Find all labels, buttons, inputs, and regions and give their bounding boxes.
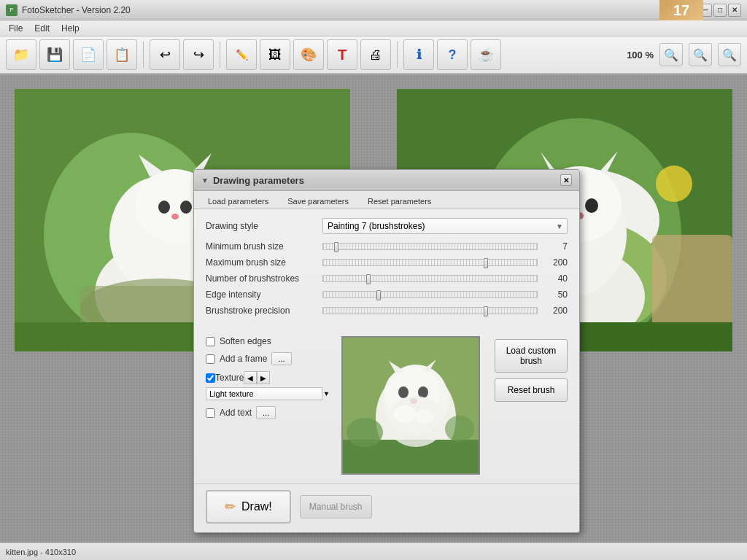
svg-point-38 [398, 386, 409, 398]
texture-select-arrow-icon: ▼ [323, 390, 330, 397]
text-button[interactable]: T [327, 39, 357, 70]
status-text: kitten.jpg - 410x310 [6, 548, 76, 556]
tab-save-parameters[interactable]: Save parameters [279, 194, 357, 209]
panel-titlebar: ▼ Drawing parameters ✕ [194, 170, 579, 191]
max-brush-thumb[interactable] [484, 258, 488, 268]
num-brushstrokes-value: 40 [542, 273, 568, 284]
num-brushstrokes-slider[interactable] [322, 275, 538, 282]
separator-1 [143, 42, 144, 68]
add-frame-checkbox[interactable] [206, 354, 215, 364]
add-frame-label: Add a frame [220, 354, 267, 364]
svg-point-42 [347, 418, 383, 447]
panel-body: Drawing style Painting 7 (brushstrokes) … [194, 209, 579, 330]
tab-reset-parameters[interactable]: Reset parameters [360, 194, 439, 209]
title-bar: F FotoSketcher - Version 2.20 17 ─ □ ✕ [0, 0, 747, 20]
zoom-out-button[interactable]: 🔍 [659, 43, 683, 66]
info-button[interactable]: ℹ [403, 39, 434, 70]
add-text-checkbox[interactable] [206, 408, 215, 418]
min-brush-slider[interactable] [322, 243, 538, 250]
min-brush-track [322, 243, 538, 250]
texture-select[interactable]: Light texture No texture Medium texture … [206, 387, 322, 400]
svg-point-46 [416, 409, 433, 424]
new-button[interactable]: 📄 [73, 39, 104, 70]
toolbar: 📁 💾 📄 📋 ↩ ↪ ✏️ 🖼 🎨 T 🖨 ℹ ? ☕ 100 % 🔍 🔍 🔍 [0, 36, 747, 74]
edge-intensity-slider[interactable] [322, 291, 538, 298]
max-brush-row: Maximum brush size 200 [206, 257, 568, 268]
min-brush-value: 7 [542, 241, 568, 252]
drawing-style-row: Drawing style Painting 7 (brushstrokes) … [206, 218, 568, 234]
reset-brush-button[interactable]: Reset brush [495, 378, 568, 402]
window-title: FotoSketcher - Version 2.20 [22, 5, 699, 15]
top-number: 17 [659, 0, 703, 20]
svg-point-43 [445, 416, 474, 442]
num-brushstrokes-label: Number of brushstrokes [206, 273, 322, 284]
panel-title: Drawing parameters [213, 175, 560, 186]
add-frame-row: Add a frame ... [206, 352, 333, 365]
drawing-style-control: Painting 7 (brushstrokes) Painting 1 Pai… [322, 218, 568, 234]
num-brushstrokes-track [322, 275, 538, 282]
color-button[interactable]: 🎨 [293, 39, 324, 70]
max-brush-label: Maximum brush size [206, 257, 322, 268]
drawing-style-select[interactable]: Painting 7 (brushstrokes) Painting 1 Pai… [322, 218, 568, 234]
draw-button-label: Draw! [241, 500, 272, 513]
brushstroke-precision-slider[interactable] [322, 307, 538, 314]
bottom-section: Soften edges Add a frame ... Texture ◀ ▶ [194, 330, 579, 483]
svg-point-9 [158, 201, 170, 214]
draw-section: ✏ Draw! Manual brush [194, 483, 579, 532]
help-button[interactable]: ? [437, 39, 468, 70]
draw-pencil-icon: ✏ [225, 499, 236, 515]
texture-label: Texture [215, 373, 244, 383]
undo-button[interactable]: ↩ [150, 39, 180, 70]
max-brush-slider[interactable] [322, 259, 538, 266]
add-text-label: Add text [220, 408, 252, 418]
print-button[interactable]: 🖨 [360, 39, 391, 70]
load-custom-brush-button[interactable]: Load custom brush [495, 339, 568, 373]
panel-tabs: Load parameters Save parameters Reset pa… [194, 191, 579, 209]
menu-file[interactable]: File [3, 22, 28, 35]
tab-load-parameters[interactable]: Load parameters [200, 194, 276, 209]
min-brush-label: Minimum brush size [206, 241, 322, 252]
svg-point-45 [394, 405, 416, 423]
texture-prev-button[interactable]: ◀ [244, 371, 257, 384]
panel-close-button[interactable]: ✕ [560, 174, 572, 186]
texture-next-button[interactable]: ▶ [257, 371, 270, 384]
svg-point-11 [171, 214, 179, 219]
sketch-button[interactable]: ✏️ [226, 39, 257, 70]
edge-intensity-thumb[interactable] [376, 290, 381, 300]
panel-arrow-icon: ▼ [201, 176, 209, 184]
save-button[interactable]: 💾 [39, 39, 70, 70]
num-brushstrokes-row: Number of brushstrokes 40 [206, 273, 568, 284]
photo-button[interactable]: 🖼 [260, 39, 290, 70]
separator-3 [397, 42, 398, 68]
menu-edit[interactable]: Edit [28, 22, 55, 35]
edge-intensity-value: 50 [542, 289, 568, 300]
num-brushstrokes-thumb[interactable] [366, 274, 371, 284]
texture-checkbox[interactable] [206, 373, 215, 383]
min-brush-thumb[interactable] [334, 242, 338, 252]
maximize-button[interactable]: □ [713, 4, 727, 17]
brushstroke-precision-thumb[interactable] [484, 306, 488, 316]
text-options-button[interactable]: ... [256, 406, 276, 419]
soften-edges-row: Soften edges [206, 336, 333, 346]
svg-point-30 [656, 166, 692, 202]
brushstroke-precision-label: Brushstroke precision [206, 306, 322, 316]
svg-point-10 [180, 201, 192, 214]
close-button[interactable]: ✕ [728, 4, 741, 17]
coffee-button[interactable]: ☕ [471, 39, 501, 70]
zoom-level: 100 % [627, 50, 654, 61]
redo-button[interactable]: ↪ [183, 39, 214, 70]
add-text-row: Add text ... [206, 406, 333, 419]
max-brush-track [322, 259, 538, 266]
frame-options-button[interactable]: ... [271, 352, 291, 365]
manual-brush-button[interactable]: Manual brush [300, 495, 372, 518]
save-as-button[interactable]: 📋 [107, 39, 137, 70]
preview-cat-svg [343, 338, 480, 475]
max-brush-value: 200 [542, 257, 568, 268]
menu-help[interactable]: Help [55, 22, 85, 35]
zoom-in-button[interactable]: 🔍 [689, 43, 712, 66]
open-button[interactable]: 📁 [6, 39, 36, 70]
brushstroke-precision-row: Brushstroke precision 200 [206, 306, 568, 316]
draw-button[interactable]: ✏ Draw! [206, 490, 291, 524]
zoom-fit-button[interactable]: 🔍 [718, 43, 741, 66]
soften-edges-checkbox[interactable] [206, 337, 215, 346]
